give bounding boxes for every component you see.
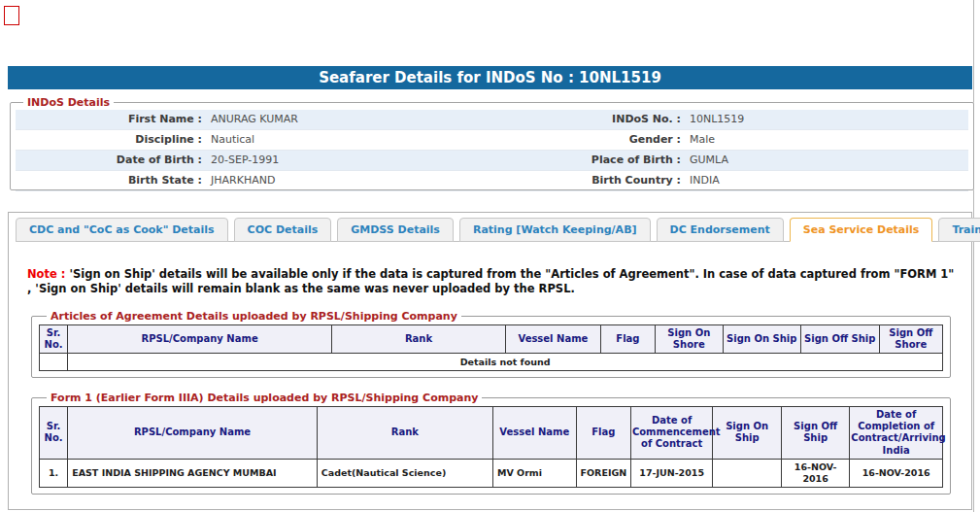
column-header: Date of Completion of Contract/Arriving … <box>850 407 943 460</box>
column-header: RPSL/Company Name <box>68 325 332 354</box>
field-label: Date of Birth : <box>16 151 202 170</box>
cell: 16-NOV-2016 <box>781 459 849 487</box>
page-right-border <box>973 0 974 512</box>
tab-coc-details[interactable]: COC Details <box>234 218 332 242</box>
column-header: Rank <box>331 325 505 354</box>
column-header: Vessel Name <box>492 407 576 460</box>
page: Seafarer Details for INDoS No : 10NL1519… <box>0 0 980 512</box>
tab-rating-watch-keeping-ab[interactable]: Rating [Watch Keeping/AB] <box>459 218 651 242</box>
field-label: Birth Country : <box>496 171 681 190</box>
indos-detail-row: Birth State :JHARKHANDBirth Country :IND… <box>16 171 968 191</box>
indos-details-fieldset: INDoS Details First Name :ANURAG KUMARIN… <box>10 96 974 190</box>
column-header: RPSL/Company Name <box>68 407 318 460</box>
indos-detail-row: First Name :ANURAG KUMARINDoS No. :10NL1… <box>16 110 968 130</box>
indos-details-legend: INDoS Details <box>23 96 114 109</box>
broken-image-icon <box>4 6 19 25</box>
tab-training-details[interactable]: Training Details <box>938 218 980 242</box>
field-value: ANURAG KUMAR <box>202 110 496 129</box>
field-label: Gender : <box>496 130 681 150</box>
note-label: Note : <box>27 267 65 281</box>
column-header: Sr. No. <box>40 325 68 354</box>
cell: 16-NOV-2016 <box>850 459 943 487</box>
field-value: GUMLA <box>681 151 968 170</box>
articles-of-agreement-table: Sr. No.RPSL/Company NameRankVessel NameF… <box>39 324 943 371</box>
page-title: Seafarer Details for INDoS No : 10NL1519 <box>8 66 972 89</box>
field-value: 10NL1519 <box>681 110 968 129</box>
cell: EAST INDIA SHIPPING AGENCY MUMBAI <box>68 459 318 487</box>
field-value: 20-SEP-1991 <box>202 151 496 170</box>
tab-sea-service-details[interactable]: Sea Service Details <box>790 218 933 242</box>
indos-detail-row: Date of Birth :20-SEP-1991Place of Birth… <box>16 151 968 171</box>
field-value: INDIA <box>681 171 968 190</box>
tab-cdc-coc-as-cook-details[interactable]: CDC and "CoC as Cook" Details <box>16 218 228 242</box>
tab-strip: CDC and "CoC as Cook" DetailsCOC Details… <box>16 216 964 242</box>
articles-of-agreement-fieldset: Articles of Agreement Details uploaded b… <box>31 310 951 378</box>
table-header-row: Sr. No.RPSL/Company NameRankVessel NameF… <box>40 325 943 354</box>
field-label: Place of Birth : <box>496 151 681 170</box>
column-header: Sign On Ship <box>713 407 781 460</box>
note-body: 'Sign on Ship' details will be available… <box>27 267 954 295</box>
column-header: Sr. No. <box>40 407 68 460</box>
column-header: Vessel Name <box>506 325 601 354</box>
cell: FOREIGN <box>576 459 630 487</box>
cell: Cadet(Nautical Science) <box>317 459 492 487</box>
column-header: Rank <box>317 407 492 460</box>
column-header: Sign Off Shore <box>879 325 942 354</box>
empty-cell <box>40 354 68 371</box>
form1-fieldset: Form 1 (Earlier Form IIIA) Details uploa… <box>31 392 951 495</box>
cell: 17-JUN-2015 <box>630 459 713 487</box>
tab-content-panel: CDC and "CoC as Cook" DetailsCOC Details… <box>8 212 972 510</box>
field-label: Discipline : <box>16 130 202 150</box>
field-label: First Name : <box>16 110 202 129</box>
field-value: JHARKHAND <box>202 171 496 190</box>
field-label: Birth State : <box>16 171 202 190</box>
articles-of-agreement-legend: Articles of Agreement Details uploaded b… <box>47 310 461 323</box>
column-header: Sign On Ship <box>723 325 801 354</box>
column-header: Sign On Shore <box>656 325 723 354</box>
indos-detail-row: Discipline :NauticalGender :Male <box>16 130 968 151</box>
field-value: Male <box>681 130 968 150</box>
field-label: INDoS No. : <box>496 110 681 129</box>
column-header: Sign Off Ship <box>781 407 849 460</box>
form1-table: Sr. No.RPSL/Company NameRankVessel NameF… <box>39 406 943 488</box>
column-header: Flag <box>600 325 655 354</box>
form1-legend: Form 1 (Earlier Form IIIA) Details uploa… <box>47 392 482 404</box>
tab-dc-endorsement[interactable]: DC Endorsement <box>657 218 784 242</box>
table-header-row: Sr. No.RPSL/Company NameRankVessel NameF… <box>40 407 943 460</box>
cell: MV Ormi <box>492 459 576 487</box>
column-header: Date of Commencement of Contract <box>630 407 713 460</box>
cell <box>713 459 781 487</box>
indos-details-table: First Name :ANURAG KUMARINDoS No. :10NL1… <box>16 110 968 191</box>
column-header: Flag <box>576 407 630 460</box>
details-not-found-message: Details not found <box>68 354 943 371</box>
empty-message-row: Details not found <box>40 354 943 371</box>
note: Note :'Sign on Ship' details will be ava… <box>27 267 962 296</box>
sea-service-row: 1.EAST INDIA SHIPPING AGENCY MUMBAICadet… <box>40 459 943 487</box>
cell: 1. <box>40 459 68 487</box>
field-value: Nautical <box>202 130 496 150</box>
column-header: Sign Off Ship <box>801 325 880 354</box>
tab-gmdss-details[interactable]: GMDSS Details <box>337 218 454 242</box>
